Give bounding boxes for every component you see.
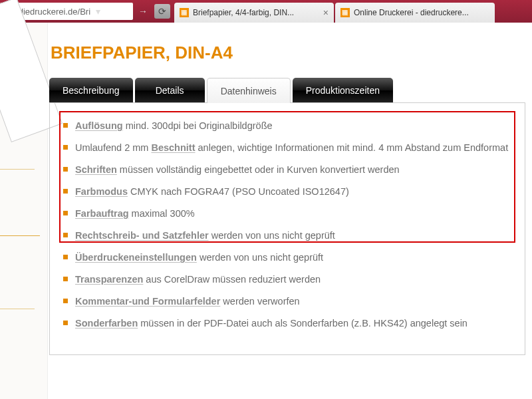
item-text: müssen in der PDF-Datei auch als Sonderf… [138,318,467,329]
list-item: Transparenzen aus CorelDraw müssen reduz… [63,269,511,291]
browser-toolbar: ww.diedruckerei.de/Bri ▾ → ⟳ Briefpapier… [0,0,532,23]
keyword: Kommentar-und Formularfelder [75,296,220,307]
page-left-edge [0,23,48,399]
notice-list: Auflösung mind. 300dpi bei Originalbildg… [63,115,511,334]
list-item: Umlaufend 2 mm Beschnitt anlegen, wichti… [63,137,511,159]
item-text: werden verworfen [220,296,299,307]
keyword: Farbauftrag [75,208,129,219]
tab-production-times[interactable]: Produktionszeiten [293,78,393,103]
product-tabs: Beschreibung Details Datenhinweis Produk… [49,78,525,103]
list-item: Sonderfarben müssen in der PDF-Datei auc… [63,313,511,334]
list-item: Überdruckeneinstellungen werden von uns … [63,247,511,269]
item-text: aus CorelDraw müssen reduziert werden [143,274,321,285]
item-text: müssen vollständig eingebettet oder in K… [117,164,400,175]
dropdown-icon[interactable]: ▾ [92,5,104,17]
keyword: Beschnitt [151,142,195,153]
item-text: werden von uns nicht geprüft [197,252,323,263]
item-text: werden von uns nicht geprüft [209,230,335,241]
tab-title: Briefpapier, 4/4-farbig, DIN... [193,8,321,17]
tab-description[interactable]: Beschreibung [49,78,133,103]
favicon-icon [180,8,189,17]
page-title: BRIEFPAPIER, DIN-A4 [51,43,525,63]
item-text-pre: Umlaufend 2 mm [75,142,151,153]
list-item: Rechtschreib- und Satzfehler werden von … [63,225,511,247]
keyword: Farbmodus [75,186,128,197]
item-text: CMYK nach FOGRA47 (PSO Uncoated ISO12647… [128,186,349,197]
keyword: Sonderfarben [75,318,138,329]
item-text: anlegen, wichtige Informationen mit mind… [196,142,509,153]
list-item: Kommentar-und Formularfelder werden verw… [63,291,511,313]
list-item: Farbmodus CMYK nach FOGRA47 (PSO Uncoate… [63,181,511,203]
browser-tab[interactable]: Online Druckerei - diedruckere... [335,3,495,23]
forward-icon[interactable]: → [137,5,149,17]
tab-data-notice[interactable]: Datenhinweis [207,78,291,103]
reload-icon[interactable]: ⟳ [154,4,170,19]
tab-details[interactable]: Details [135,78,205,103]
keyword: Schriften [75,164,117,175]
item-text: mind. 300dpi bei Originalbildgröße [123,120,273,131]
keyword: Rechtschreib- und Satzfehler [75,230,209,241]
list-item: Schriften müssen vollständig eingebettet… [63,159,511,181]
tab-title: Online Druckerei - diedruckere... [354,8,489,17]
favicon-icon [340,8,350,17]
browser-tabs: Briefpapier, 4/4-farbig, DIN... × Online… [174,0,532,23]
list-item: Farbauftrag maximal 300% [63,203,511,225]
keyword: Transparenzen [75,274,143,285]
browser-tab-active[interactable]: Briefpapier, 4/4-farbig, DIN... × [174,3,334,23]
tab-panel: Auflösung mind. 300dpi bei Originalbildg… [49,102,525,355]
list-item: Auflösung mind. 300dpi bei Originalbildg… [63,115,511,137]
keyword: Auflösung [75,120,123,131]
close-icon[interactable]: × [323,7,329,18]
keyword: Überdruckeneinstellungen [75,252,197,263]
page-body: BRIEFPAPIER, DIN-A4 Beschreibung Details… [0,23,532,399]
item-text: maximal 300% [129,208,195,219]
main-content: BRIEFPAPIER, DIN-A4 Beschreibung Details… [49,43,525,355]
